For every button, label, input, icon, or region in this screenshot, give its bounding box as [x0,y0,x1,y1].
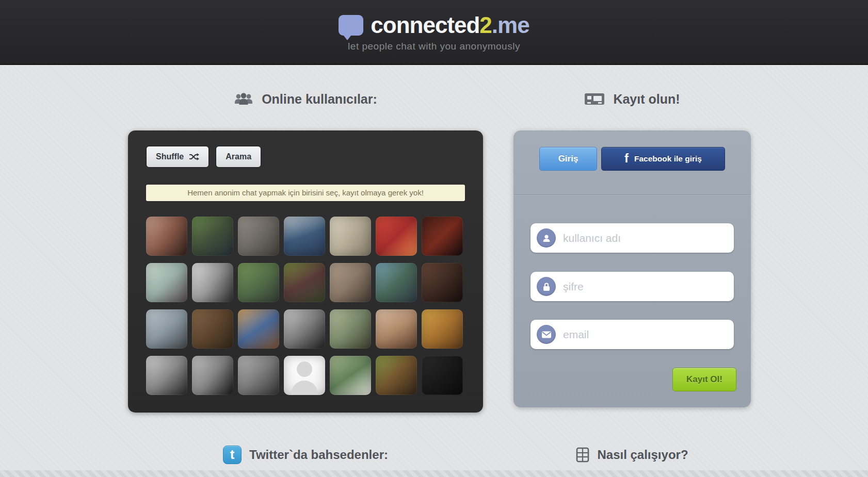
how-it-works-heading: Nasıl çalışıyor? [513,443,751,466]
logo-text-accent: 2 [479,12,491,38]
avatar-photo[interactable] [192,309,233,349]
signup-submit-button[interactable]: Kayıt Ol! [672,368,736,391]
page: connected2.me let people chat with you a… [0,0,868,477]
speech-bubble-icon [339,15,363,36]
avatar-photo[interactable] [284,263,325,302]
search-button[interactable]: Arama [216,146,261,168]
email-field[interactable] [531,320,734,349]
avatar-photo[interactable] [284,309,325,349]
avatar-photo[interactable] [238,217,279,256]
online-users-panel: Shuffle Arama Hemen anonim chat yapmak i… [128,130,483,413]
avatar-photo[interactable] [192,356,233,395]
username-input[interactable] [563,232,728,244]
avatar-placeholder[interactable] [284,356,325,395]
shuffle-button[interactable]: Shuffle [146,146,209,168]
avatar-photo[interactable] [146,356,187,395]
avatar-photo[interactable] [238,309,279,349]
facebook-icon: f [624,152,629,165]
avatar-photo[interactable] [330,356,371,395]
online-users-heading-label: Online kullanıcılar: [262,92,377,107]
signup-heading-label: Kayıt olun! [613,92,680,107]
avatar-photo[interactable] [284,217,325,256]
password-field[interactable] [531,272,734,301]
avatar-photo[interactable] [376,356,417,395]
avatar-photo[interactable] [422,217,463,256]
avatar-photo[interactable] [238,356,279,395]
password-input[interactable] [563,281,728,293]
avatar-photo[interactable] [330,263,371,302]
shuffle-icon [189,153,199,160]
lock-icon [537,277,556,296]
avatar-photo[interactable] [238,263,279,302]
search-button-label: Arama [226,152,251,161]
logo-text-suffix: .me [492,12,529,38]
panel-divider [513,194,751,195]
avatar-photo[interactable] [192,217,233,256]
avatar-photo[interactable] [330,217,371,256]
facebook-login-button[interactable]: f Facebook ile giriş [601,147,725,171]
email-input[interactable] [563,328,728,341]
avatar-photo[interactable] [376,263,417,302]
anon-chat-notice: Hemen anonim chat yapmak için birisini s… [146,185,465,201]
tagline: let people chat with you anonymously [348,41,520,52]
users-group-icon [234,92,253,106]
avatar-photo[interactable] [146,309,187,349]
online-users-grid [146,217,465,395]
signup-buttons: Giriş f Facebook ile giriş [539,147,725,171]
avatar-photo[interactable] [146,263,187,302]
username-field[interactable] [531,223,734,253]
twitter-mentions-label: Twitter`da bahsedenler: [249,448,388,462]
app-logo[interactable]: connected2.me [339,12,529,38]
avatar-photo[interactable] [422,263,463,302]
facebook-login-label: Facebook ile giriş [634,154,702,163]
signup-panel: Giriş f Facebook ile giriş [513,130,751,407]
avatar-photo[interactable] [146,217,187,256]
signup-heading: Kayıt olun! [513,88,751,110]
id-card-icon [584,92,605,106]
film-icon [576,447,589,463]
panel-buttons: Shuffle Arama [146,146,465,168]
envelope-icon [537,325,556,344]
online-users-heading: Online kullanıcılar: [128,88,483,110]
avatar-photo[interactable] [422,309,463,349]
avatar-photo[interactable] [376,217,417,256]
site-header: connected2.me let people chat with you a… [0,0,868,65]
avatar-photo[interactable] [330,309,371,349]
logo-text: connected2.me [371,12,529,38]
avatar-photo[interactable] [422,356,463,395]
bottom-strip [0,470,868,477]
avatar-photo[interactable] [192,263,233,302]
twitter-icon: t [223,446,242,464]
shuffle-button-label: Shuffle [156,152,184,161]
how-it-works-label: Nasıl çalışıyor? [597,448,688,462]
avatar-photo[interactable] [376,309,417,349]
logo-text-main: connected [371,12,479,38]
user-circle-icon [537,228,556,248]
login-button[interactable]: Giriş [539,147,597,171]
twitter-mentions-heading: t Twitter`da bahsedenler: [128,443,483,466]
